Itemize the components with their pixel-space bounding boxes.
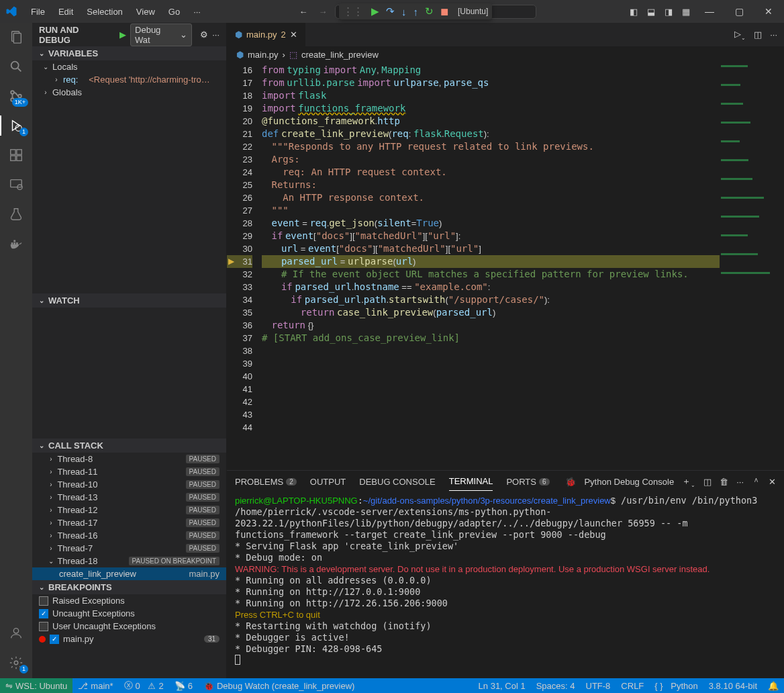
execution-pointer-icon: ▶: [228, 257, 236, 266]
new-terminal-icon[interactable]: ＋⌄: [682, 475, 695, 488]
remote-icon: ⇋: [5, 681, 13, 691]
start-debug-icon[interactable]: ▶: [119, 30, 126, 40]
layout-panel-icon[interactable]: ⬓: [647, 7, 655, 17]
eol[interactable]: CRLF: [616, 681, 649, 691]
tab-main-py[interactable]: ⬢ main.py 2 ✕: [227, 23, 306, 46]
menu-selection[interactable]: Selection: [81, 4, 128, 19]
testing-icon[interactable]: [7, 205, 25, 223]
svg-point-19: [14, 661, 18, 665]
menu-file[interactable]: File: [26, 4, 50, 19]
variable-req[interactable]: ›req: <Request 'http://charming-tro…: [32, 73, 226, 86]
step-into-icon[interactable]: ↓: [401, 6, 407, 17]
debug-toolbar[interactable]: ⋮⋮ ▶ ↷ ↓ ↑ ↻ ◼ [Ubuntu]: [339, 3, 492, 19]
tab-problems[interactable]: PROBLEMS2: [235, 473, 297, 491]
layout-primary-icon[interactable]: ◧: [630, 7, 638, 17]
window-minimize[interactable]: —: [699, 6, 720, 17]
layout-customize-icon[interactable]: ▦: [682, 7, 690, 17]
file-breakpoint[interactable]: ✓main.py31: [32, 633, 226, 645]
thread-row[interactable]: › Thread-8PAUSED: [32, 453, 226, 465]
python-interpreter[interactable]: 3.8.10 64-bit: [703, 681, 763, 691]
tab-debug-console[interactable]: DEBUG CONSOLE: [359, 473, 435, 491]
code-content[interactable]: from typing import Any, Mappingfrom urll…: [262, 62, 720, 470]
section-variables[interactable]: ⌄VARIABLES: [32, 46, 226, 60]
thread-row[interactable]: › Thread-13PAUSED: [32, 491, 226, 504]
nav-back-icon[interactable]: ←: [299, 7, 307, 17]
code-editor[interactable]: ▶ 16171819202122232425262728293031323334…: [227, 62, 784, 470]
split-terminal-icon[interactable]: ◫: [703, 477, 712, 487]
debug-status[interactable]: 🐞Debug Watch (create_link_preview): [198, 678, 360, 693]
docker-icon[interactable]: [7, 235, 25, 252]
explorer-icon[interactable]: [7, 28, 25, 46]
close-tab-icon[interactable]: ✕: [290, 30, 297, 40]
close-panel-icon[interactable]: ✕: [769, 477, 776, 487]
terminal-more-icon[interactable]: ···: [736, 477, 744, 487]
thread-row[interactable]: › Thread-16PAUSED: [32, 529, 226, 542]
terminal-output[interactable]: pierrick@LAPTOP-HKU5PNNG:~/git/add-ons-s…: [227, 492, 784, 678]
cursor-position[interactable]: Ln 31, Col 1: [473, 681, 531, 691]
maximize-panel-icon[interactable]: ＾: [752, 475, 761, 488]
drag-grip-icon[interactable]: ⋮⋮: [343, 5, 363, 17]
settings-gear-icon[interactable]: 1: [7, 654, 25, 672]
extensions-icon[interactable]: [7, 146, 25, 164]
thread-row[interactable]: ⌄ Thread-18PAUSED ON BREAKPOINT: [32, 555, 226, 567]
gear-icon[interactable]: ⚙: [200, 30, 208, 40]
nav-forward-icon[interactable]: →: [318, 7, 327, 17]
thread-row[interactable]: › Thread-12PAUSED: [32, 504, 226, 516]
minimap[interactable]: [720, 62, 784, 470]
section-callstack[interactable]: ⌄CALL STACK: [32, 438, 226, 453]
section-watch[interactable]: ⌄WATCH: [32, 293, 226, 308]
remote-explorer-icon[interactable]: [7, 176, 25, 193]
problems-status[interactable]: ⓧ0 ⚠2: [119, 678, 169, 693]
exception-bp[interactable]: User Uncaught Exceptions: [32, 620, 226, 633]
exception-bp[interactable]: ✓Uncaught Exceptions: [32, 607, 226, 620]
debug-config-dropdown[interactable]: Debug Wat⌄: [130, 24, 192, 46]
exception-bp[interactable]: Raised Exceptions: [32, 594, 226, 607]
thread-row[interactable]: › Thread-17PAUSED: [32, 516, 226, 529]
terminal-shell-label[interactable]: Python Debug Console: [584, 477, 674, 487]
tab-terminal[interactable]: TERMINAL: [449, 472, 493, 491]
continue-icon[interactable]: ▶: [371, 5, 379, 17]
stop-icon[interactable]: ◼: [440, 5, 448, 17]
breadcrumb[interactable]: ⬢ main.py› ⬚ create_link_preview: [227, 46, 784, 62]
menu-view[interactable]: View: [131, 4, 160, 19]
restart-icon[interactable]: ↻: [425, 5, 434, 17]
search-icon[interactable]: [7, 58, 25, 75]
indentation[interactable]: Spaces: 4: [531, 681, 581, 691]
thread-row[interactable]: › Thread-7PAUSED: [32, 542, 226, 555]
menu-overflow[interactable]: ···: [188, 4, 206, 19]
source-control-icon[interactable]: 1K+: [7, 87, 25, 105]
thread-row[interactable]: › Thread-11PAUSED: [32, 465, 226, 478]
stack-frame[interactable]: create_link_previewmain.py: [32, 567, 226, 580]
tab-output[interactable]: OUTPUT: [310, 473, 346, 491]
step-over-icon[interactable]: ↷: [386, 5, 395, 17]
window-maximize[interactable]: ▢: [729, 6, 749, 17]
globals-node[interactable]: ›Globals: [32, 86, 226, 99]
remote-indicator[interactable]: ⇋WSL: Ubuntu: [0, 678, 72, 693]
split-editor-icon[interactable]: ◫: [754, 30, 762, 40]
notifications-icon[interactable]: 🔔: [763, 681, 784, 691]
run-debug-icon[interactable]: 1: [7, 117, 25, 134]
language-mode[interactable]: { } Python: [649, 681, 703, 691]
encoding[interactable]: UTF-8: [581, 681, 616, 691]
window-close[interactable]: ✕: [758, 6, 779, 17]
tab-ports[interactable]: PORTS6: [506, 473, 549, 491]
svg-rect-12: [11, 180, 22, 187]
vscode-logo-icon: [5, 5, 17, 17]
tab-more-icon[interactable]: ···: [770, 30, 777, 40]
step-out-icon[interactable]: ↑: [413, 6, 419, 17]
thread-row[interactable]: › Thread-10PAUSED: [32, 478, 226, 491]
layout-secondary-icon[interactable]: ◨: [665, 7, 673, 17]
menu-edit[interactable]: Edit: [53, 4, 79, 19]
svg-rect-10: [11, 156, 15, 160]
svg-line-3: [18, 68, 21, 72]
menu-go[interactable]: Go: [163, 4, 185, 19]
editor-group: ⬢ main.py 2 ✕ ▷⌄ ◫ ··· ⬢ main.py› ⬚ crea…: [227, 23, 784, 678]
accounts-icon[interactable]: [7, 625, 25, 642]
locals-node[interactable]: ⌄Locals: [32, 60, 226, 73]
ports-status[interactable]: 📡6: [169, 678, 198, 693]
section-breakpoints[interactable]: ⌄BREAKPOINTS: [32, 580, 226, 594]
kill-terminal-icon[interactable]: 🗑: [720, 477, 728, 487]
more-icon[interactable]: ···: [212, 30, 219, 40]
run-icon[interactable]: ▷⌄: [734, 29, 746, 41]
git-branch[interactable]: ⎇main*: [72, 678, 118, 693]
